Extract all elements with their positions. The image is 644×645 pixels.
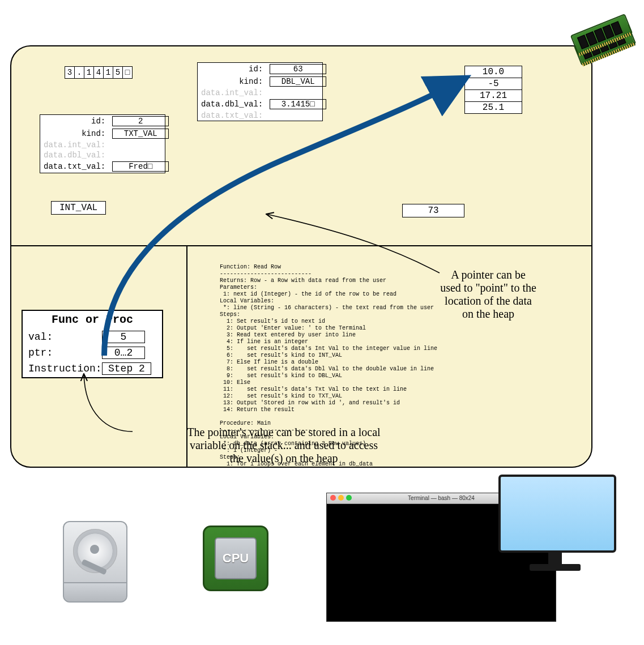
traffic-light-icons — [330, 495, 352, 501]
number-tag-73: 73 — [402, 204, 464, 217]
memory-panel: 3.1415□ id:63 kind:DBL_VAL data.int_val:… — [10, 45, 592, 468]
annotation-heap-pointer: A pointer can be used to "point" to the … — [411, 268, 565, 321]
terminal-title: Terminal — bash — 80x24 — [408, 495, 475, 501]
func-proc-title: Func or Proc — [23, 311, 162, 330]
cpu-icon: CPU — [203, 526, 268, 591]
memory-divider-horizontal — [11, 245, 591, 246]
int-val-tag: INT_VAL — [51, 201, 106, 215]
ptr-value: 0…2 — [102, 347, 145, 359]
ram-icon — [572, 17, 634, 62]
monitor-icon — [498, 475, 612, 570]
heap-array: 10.0 -5 17.21 25.1 — [464, 66, 522, 114]
record-txt: id:2 kind:TXT_VAL data.int_val: data.dbl… — [40, 114, 165, 173]
record-dbl: id:63 kind:DBL_VAL data.int_val: data.db… — [197, 62, 323, 121]
digit-string: 3.1415□ — [65, 66, 133, 79]
instruction-label: Instruction: — [28, 363, 102, 374]
ptr-label: ptr: — [28, 347, 102, 358]
func-proc-box: Func or Proc val:5 ptr:0…2 Instruction:S… — [22, 310, 163, 378]
val-value: 5 — [102, 331, 145, 343]
annotation-stack-pointer: The pointer's value can be stored in a l… — [122, 426, 445, 465]
instruction-value: Step 2 — [102, 362, 151, 375]
hdd-icon — [63, 521, 127, 603]
val-label: val: — [28, 331, 102, 343]
